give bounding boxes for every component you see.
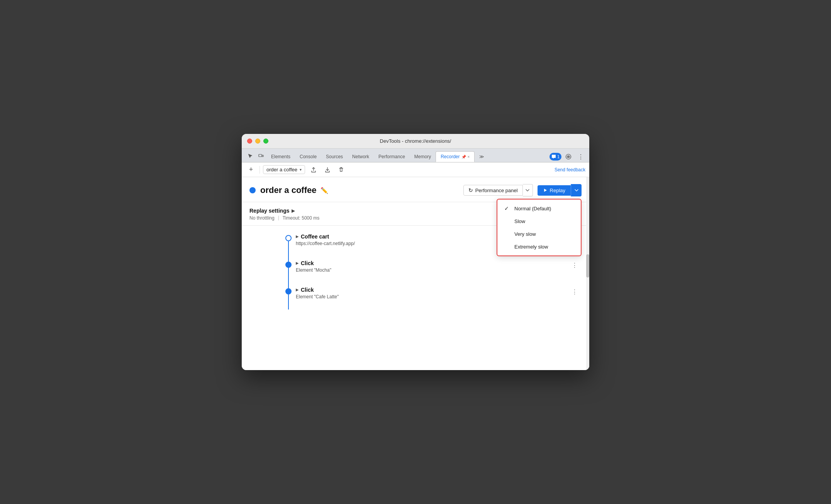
speed-option-label: Slow — [514, 218, 525, 224]
toolbar-left: + order a coffee ▾ — [246, 164, 551, 175]
speed-option-normal[interactable]: ✓ Normal (Default) — [497, 202, 581, 215]
devtools-tab-bar: Elements Console Sources Network Perform… — [242, 149, 589, 162]
replay-dropdown-button[interactable] — [571, 184, 582, 196]
step-item: ▶ Click Element "Cafe Latte" ⋮ — [273, 287, 582, 299]
step-content-click1: ▶ Click Element "Mocha" — [296, 260, 582, 273]
step-item: ▶ Click Element "Mocha" ⋮ — [273, 260, 582, 273]
svg-point-2 — [568, 156, 569, 157]
recording-title: order a coffee — [260, 185, 317, 195]
delete-recording-button[interactable] — [336, 164, 347, 175]
perf-panel-label: Performance panel — [475, 188, 518, 193]
step-dot-click2 — [285, 288, 292, 294]
speed-option-extremely-slow[interactable]: Extremely slow — [497, 240, 581, 253]
settings-expand-icon: ▶ — [292, 208, 295, 213]
performance-panel-button[interactable]: ↻ Performance panel — [463, 185, 523, 196]
speed-dropdown: ✓ Normal (Default) Slow Very slow Extrem… — [497, 199, 582, 256]
step-name-click1: Click — [301, 260, 314, 266]
speed-option-label: Extremely slow — [514, 244, 548, 250]
replay-main-button[interactable]: Replay — [538, 185, 571, 196]
tab-recorder[interactable]: Recorder 📌 × — [436, 151, 475, 162]
more-options-icon[interactable]: ⋮ — [575, 151, 586, 162]
step-subtitle-click2: Element "Cafe Latte" — [296, 294, 582, 299]
import-button[interactable] — [322, 164, 333, 175]
settings-separator — [278, 216, 279, 220]
cursor-icon[interactable] — [245, 151, 256, 161]
step-expand-icon[interactable]: ▶ — [296, 261, 298, 265]
close-tab-icon[interactable]: × — [468, 155, 470, 159]
timeout-info: Timeout: 5000 ms — [283, 215, 320, 221]
recorder-toolbar: + order a coffee ▾ — [242, 162, 589, 177]
tab-bar-icons: 1 ⋮ — [549, 151, 586, 162]
chevron-down-icon: ▾ — [300, 167, 302, 172]
step-dot-click1 — [285, 262, 292, 268]
window-title: DevTools - chrome://extensions/ — [380, 138, 451, 144]
svg-rect-0 — [259, 154, 262, 157]
checkmark-icon: ✓ — [504, 205, 510, 211]
speed-option-slow[interactable]: Slow — [497, 215, 581, 228]
settings-icon[interactable] — [563, 151, 574, 162]
tab-elements[interactable]: Elements — [266, 151, 295, 162]
tab-more[interactable]: ≫ — [475, 151, 489, 162]
traffic-lights — [247, 139, 268, 144]
replay-settings-title-text: Replay settings — [249, 208, 289, 214]
speed-option-very-slow[interactable]: Very slow — [497, 228, 581, 240]
export-button[interactable] — [308, 164, 319, 175]
perf-panel-group: ↻ Performance panel — [463, 184, 533, 196]
add-recording-button[interactable]: + — [246, 164, 256, 175]
scrollbar-thumb[interactable] — [586, 254, 589, 277]
replay-label: Replay — [550, 188, 565, 193]
step-dot-navigate — [285, 235, 292, 241]
scrollbar-track[interactable] — [586, 177, 589, 370]
edit-recording-icon[interactable]: ✏️ — [321, 187, 328, 194]
speed-option-label: Normal (Default) — [514, 206, 551, 211]
step-more-menu-icon[interactable]: ⋮ — [572, 262, 578, 269]
throttling-info: No throttling — [249, 215, 275, 221]
tab-console[interactable]: Console — [295, 151, 321, 162]
replay-button-group: Replay — [538, 184, 582, 196]
recording-header: order a coffee ✏️ ↻ Performance panel — [242, 177, 589, 202]
step-name-navigate: Coffee cart — [301, 233, 329, 240]
close-button[interactable] — [247, 139, 252, 144]
tab-sources[interactable]: Sources — [321, 151, 348, 162]
step-title-click2: ▶ Click — [296, 287, 582, 293]
selected-recording-name: order a coffee — [266, 167, 297, 173]
tab-memory[interactable]: Memory — [410, 151, 436, 162]
perf-panel-dropdown-button[interactable] — [523, 184, 533, 196]
send-feedback-link[interactable]: Send feedback — [555, 167, 585, 173]
recording-status-dot — [249, 187, 256, 193]
toolbar-separator-1 — [259, 166, 260, 174]
devtools-window: DevTools - chrome://extensions/ Elements… — [242, 134, 589, 370]
device-toolbar-icon[interactable] — [256, 151, 266, 161]
main-content: order a coffee ✏️ ↻ Performance panel — [242, 177, 589, 370]
step-title-click1: ▶ Click — [296, 260, 582, 266]
step-more-menu-icon[interactable]: ⋮ — [572, 288, 578, 296]
minimize-button[interactable] — [255, 139, 260, 144]
step-subtitle-click1: Element "Mocha" — [296, 267, 582, 273]
step-expand-icon[interactable]: ▶ — [296, 288, 298, 292]
recording-selector[interactable]: order a coffee ▾ — [263, 165, 305, 174]
tab-performance[interactable]: Performance — [374, 151, 410, 162]
header-actions: ↻ Performance panel Re — [463, 184, 582, 196]
step-name-click2: Click — [301, 287, 314, 293]
title-bar: DevTools - chrome://extensions/ — [242, 134, 589, 149]
step-expand-icon[interactable]: ▶ — [296, 235, 298, 238]
refresh-icon: ↻ — [468, 187, 473, 193]
step-content-click2: ▶ Click Element "Cafe Latte" — [296, 287, 582, 299]
svg-rect-1 — [262, 155, 263, 157]
speed-option-label: Very slow — [514, 231, 536, 237]
maximize-button[interactable] — [263, 139, 268, 144]
pin-icon: 📌 — [461, 155, 466, 159]
tab-network[interactable]: Network — [348, 151, 374, 162]
chat-badge[interactable]: 1 — [549, 153, 561, 161]
